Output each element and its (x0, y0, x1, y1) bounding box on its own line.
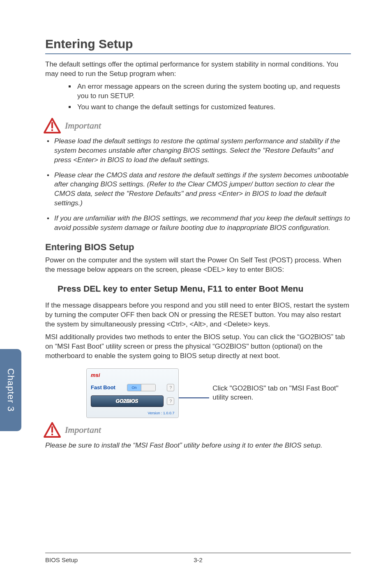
warning-icon (44, 422, 61, 438)
callout-text: Click "GO2BIOS" tab on "MSI Fast Boot" u… (212, 384, 351, 402)
important-label: Important (65, 425, 101, 435)
version-label: Version : 1.0.0.7 (91, 411, 174, 415)
final-note: Please be sure to install the “MSI Fast … (45, 441, 351, 450)
footer-section: BIOS Setup (45, 556, 147, 563)
subheading: Entering BIOS Setup (45, 242, 351, 253)
page-footer: BIOS Setup 3-2 (45, 553, 351, 563)
list-item: Please clear the CMOS data and restore t… (45, 171, 351, 209)
msi-brand-logo: msi (91, 372, 174, 378)
chapter-side-tab-label: Chapter 3 (5, 368, 16, 412)
svg-point-3 (51, 433, 53, 435)
callout-line (179, 397, 209, 398)
important-callout: Important (44, 422, 351, 438)
important-bullet-list: Please load the default settings to rest… (45, 137, 351, 233)
warning-icon (44, 118, 61, 133)
fast-boot-label: Fast Boot (91, 384, 115, 390)
press-del-line: Press DEL key to enter Setup Menu, F11 t… (58, 284, 351, 294)
after-press-paragraph-2: MSI additionally provides two methods to… (45, 333, 351, 361)
toggle-on: On (127, 384, 141, 391)
after-press-paragraph-1: If the message disappears before you res… (45, 301, 351, 329)
fastboot-utility-window: msi Fast Boot On ? GO2BIOS ? Version : 1… (86, 368, 179, 418)
intro-paragraph: The default settings offer the optimal p… (45, 60, 351, 79)
list-item: You want to change the default settings … (76, 103, 351, 112)
list-item: An error message appears on the screen d… (76, 82, 351, 101)
important-callout: Important (44, 118, 351, 133)
list-item: If you are unfamiliar with the BIOS sett… (45, 214, 351, 233)
fastboot-figure: msi Fast Boot On ? GO2BIOS ? Version : 1… (86, 368, 351, 418)
go2bios-button[interactable]: GO2BIOS (91, 395, 164, 407)
list-item: Please load the default settings to rest… (45, 137, 351, 165)
post-paragraph: Power on the computer and the system wil… (45, 256, 351, 275)
chapter-side-tab: Chapter 3 (0, 349, 21, 431)
svg-point-1 (51, 129, 53, 131)
important-label: Important (65, 120, 101, 131)
fast-boot-toggle[interactable]: On (127, 384, 156, 391)
intro-bullet-list: An error message appears on the screen d… (45, 82, 351, 112)
page-title: Entering Setup (45, 37, 351, 54)
toggle-off (141, 384, 155, 391)
help-icon[interactable]: ? (167, 397, 174, 405)
help-icon[interactable]: ? (167, 384, 174, 391)
footer-page-number: 3-2 (147, 556, 249, 563)
